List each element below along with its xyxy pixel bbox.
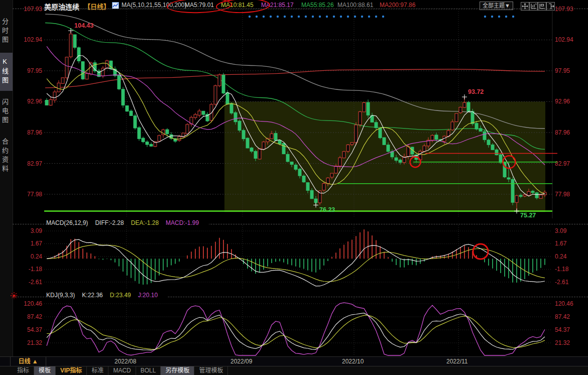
sidebar-tab-kline-chart[interactable]: K线图 xyxy=(0,53,13,91)
grid xyxy=(44,298,552,356)
macd-bars-positive xyxy=(51,229,477,259)
period-selector[interactable]: 日线 ▲ xyxy=(10,357,46,366)
y-axis-label: 21.32 xyxy=(555,339,588,346)
event-dot[interactable] xyxy=(298,16,300,18)
event-dot[interactable] xyxy=(375,16,377,18)
y-axis-label: 54.37 xyxy=(13,326,42,333)
y-axis-label: 102.94 xyxy=(13,36,42,43)
event-dot[interactable] xyxy=(291,16,293,18)
y-axis-label: 21.32 xyxy=(13,339,42,346)
event-dot[interactable] xyxy=(368,16,370,18)
left-sidebar: 分时图 K线图 闪电图 合约资料 xyxy=(0,0,13,375)
indicator-tab-bar: 指标 模板 VIP指标 标准 MACD BOLL 另存模板 管理模板 xyxy=(0,366,588,375)
y-axis-label: 87.96 xyxy=(13,129,42,136)
y-axis-label: 1.67 xyxy=(555,240,588,247)
event-dot[interactable] xyxy=(277,16,279,18)
date-label: 2022/11 xyxy=(446,358,468,365)
event-dot[interactable] xyxy=(347,16,349,18)
y-axis-label: 87.42 xyxy=(555,313,588,320)
y-axis-label: 87.42 xyxy=(13,313,42,320)
main-candlestick-chart[interactable]: 104.4393.7276.2375.27 xyxy=(44,8,588,218)
y-axis-label: 0.24 xyxy=(555,253,588,260)
y-axis-label: 3.09 xyxy=(555,227,588,234)
event-dots xyxy=(249,16,514,18)
trading-app: 分时图 K线图 闪电图 合约资料 美原油连续 【日线】 MA(5,10,21,5… xyxy=(0,0,588,375)
event-dot[interactable] xyxy=(354,16,356,18)
y-axis-label: 3.09 xyxy=(13,227,42,234)
highlight-region xyxy=(224,101,545,212)
event-dot[interactable] xyxy=(312,16,314,18)
y-axis-label: 120.46 xyxy=(555,300,588,307)
y-axis-label: 107.93 xyxy=(13,6,42,13)
sidebar-tab-contract-info[interactable]: 合约资料 xyxy=(0,133,13,179)
y-axis-label: 92.96 xyxy=(13,98,42,105)
event-dot[interactable] xyxy=(340,16,342,18)
alert-icon[interactable] xyxy=(10,292,18,302)
y-axis-label: 82.97 xyxy=(13,160,42,167)
tab-indicators[interactable]: 指标 xyxy=(13,366,34,375)
y-axis-label: -2.61 xyxy=(555,279,588,286)
sidebar-tab-time-chart[interactable]: 分时图 xyxy=(0,13,13,50)
event-dot[interactable] xyxy=(498,16,500,18)
event-dot[interactable] xyxy=(284,16,286,18)
event-dot[interactable] xyxy=(333,16,335,18)
date-label: 2022/08 xyxy=(114,358,136,365)
event-dot[interactable] xyxy=(270,16,272,18)
event-dot[interactable] xyxy=(305,16,307,18)
k-line xyxy=(47,313,545,350)
kdj-indicator-chart[interactable] xyxy=(44,297,552,356)
y-axis-label: -1.18 xyxy=(13,266,42,273)
tab-macd[interactable]: MACD xyxy=(108,366,136,375)
tab-boll[interactable]: BOLL xyxy=(136,366,161,375)
price-annotation: 104.43 xyxy=(74,22,93,29)
left-price-axis: 107.93102.9497.9592.9687.9682.9777.983.0… xyxy=(13,0,42,375)
price-annotation: 93.72 xyxy=(468,88,484,95)
macd-indicator-chart[interactable] xyxy=(44,224,552,290)
event-dot[interactable] xyxy=(361,16,363,18)
event-dot[interactable] xyxy=(512,16,514,18)
tab-vip-indicators[interactable]: VIP指标 xyxy=(56,366,87,375)
price-annotation: 75.27 xyxy=(520,212,536,218)
y-axis-label: -1.18 xyxy=(555,266,588,273)
date-label: 2022/10 xyxy=(342,358,364,365)
tab-templates[interactable]: 模板 xyxy=(34,366,56,375)
price-annotation: 76.23 xyxy=(319,206,335,213)
tab-save-template[interactable]: 另存模板 xyxy=(161,366,194,375)
event-dot[interactable] xyxy=(263,16,265,18)
tab-manage-template[interactable]: 管理模板 xyxy=(194,366,228,375)
event-dot[interactable] xyxy=(382,16,384,18)
tab-standard[interactable]: 标准 xyxy=(87,366,108,375)
event-dot[interactable] xyxy=(319,16,321,18)
date-label: 2022/09 xyxy=(230,358,252,365)
sidebar-tab-lightning-chart[interactable]: 闪电图 xyxy=(0,93,13,131)
event-dot[interactable] xyxy=(484,16,486,18)
date-axis-bar: 日线 ▲ 2022/08 2022/09 2022/10 2022/11 xyxy=(0,356,588,366)
y-axis-label: 54.37 xyxy=(555,326,588,333)
y-axis-label: -2.61 xyxy=(13,279,42,286)
y-axis-label: 77.98 xyxy=(13,191,42,198)
event-dot[interactable] xyxy=(256,16,258,18)
event-dot[interactable] xyxy=(326,16,328,18)
y-axis-label: 97.95 xyxy=(13,67,42,74)
event-dot[interactable] xyxy=(491,16,493,18)
y-axis-label: 0.24 xyxy=(13,253,42,260)
y-axis-label: 1.67 xyxy=(13,240,42,247)
j-line xyxy=(47,303,545,355)
event-dot[interactable] xyxy=(249,16,251,18)
event-dot[interactable] xyxy=(505,16,507,18)
